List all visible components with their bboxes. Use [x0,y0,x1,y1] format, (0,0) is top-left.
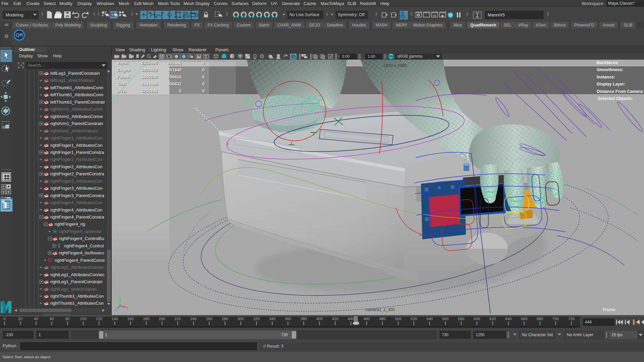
svg-text:3256191: 3256191 [141,89,158,94]
svg-text:rightArm1_AttributesConne: rightArm1_AttributesConne [50,114,103,119]
svg-text:200: 200 [159,317,165,321]
svg-text:rightFinger4_ControlBu: rightFinger4_ControlBu [59,236,104,241]
svg-text:0: 0 [202,89,205,94]
svg-text:2330490: 2330490 [141,61,158,65]
svg-text:3929152: 3929152 [141,68,158,72]
svg-text:180: 180 [143,317,149,321]
svg-text:0: 0 [202,75,205,79]
svg-text:Instance:: Instance: [597,75,615,79]
svg-text:rightFinger4_locRevers: rightFinger4_locRevers [59,250,104,255]
svg-text:rightLeg1_AttributesConnec: rightLeg1_AttributesConnec [50,265,105,270]
svg-text:c: c [227,141,229,146]
svg-text:600: 600 [474,317,480,321]
svg-text:rightFinger4_AttributesCon: rightFinger4_AttributesCon [50,207,102,213]
svg-text:400: 400 [316,317,323,321]
svg-text:leftLeg1_stretchValues: leftLeg1_stretchValues [50,78,95,83]
svg-text:rightLeg1_AttributesConnec: rightLeg1_AttributesConnec [50,272,105,277]
svg-text:360: 360 [285,317,291,321]
svg-text:rightFinger1_AttributesCon: rightFinger1_AttributesCon [50,143,102,148]
svg-text:rightFinger4_rig: rightFinger4_rig [55,222,85,227]
svg-text:rightThumb1_AttributesCon: rightThumb1_AttributesCon [50,301,104,306]
svg-text:y: y [118,294,120,298]
svg-text:80: 80 [65,317,70,321]
svg-text:120: 120 [96,317,102,321]
svg-text:540: 540 [426,317,433,321]
svg-text:x: x [127,306,128,310]
svg-text:Frame:: Frame: [603,307,616,312]
svg-text:rightFinger2_ParentConstra: rightFinger2_ParentConstra [50,171,104,176]
svg-text:Smoothness:: Smoothness: [597,67,623,72]
svg-text:leftThumb1_ParentConstrair: leftThumb1_ParentConstrair [50,100,105,105]
svg-text:camera1_1_300: camera1_1_300 [366,307,395,312]
svg-text:260: 260 [206,317,212,321]
svg-text:200416: 200416 [167,75,181,79]
svg-text:340: 340 [269,317,275,321]
svg-text:60: 60 [50,317,54,321]
svg-text:rightArm1_AttributesConne: rightArm1_AttributesConne [50,107,103,112]
svg-text:0: 0 [202,61,205,65]
svg-text:Selected Objects:: Selected Objects: [598,96,633,101]
svg-text:160: 160 [127,317,133,321]
svg-text:UVs:: UVs: [117,89,126,94]
svg-text:rightFinger4_AttributesCon: rightFinger4_AttributesCon [50,200,102,205]
svg-text:rightFinger1_AttributesCon: rightFinger1_AttributesCon [50,135,102,140]
svg-text:500: 500 [395,317,401,321]
svg-text:Backfaces:: Backfaces: [597,60,619,65]
svg-text:380: 380 [301,317,307,321]
svg-text:460: 460 [364,317,370,321]
svg-text:0: 0 [3,317,5,321]
svg-text:rightLeg1_stretchValues: rightLeg1_stretchValues [50,287,97,292]
svg-text:444: 444 [353,321,359,325]
svg-text:420: 420 [332,317,338,321]
svg-text:rightFinger3_ParentConstra: rightFinger3_ParentConstra [50,193,104,198]
svg-text:rightThumb1_AttributesCon: rightThumb1_AttributesCon [50,294,104,299]
svg-text:400832: 400832 [167,82,181,86]
svg-text:300: 300 [237,317,244,321]
svg-text:rightArm1_stretchValues: rightArm1_stretchValues [50,128,98,133]
svg-text:440: 440 [348,317,354,321]
svg-text:401840: 401840 [167,68,181,72]
svg-text:rightFinger4_upVector: rightFinger4_upVector [59,229,102,234]
svg-text:4144986: 4144986 [141,82,158,86]
svg-text:rightFinger2_AttributesCon: rightFinger2_AttributesCon [50,157,102,162]
svg-text:660: 660 [521,317,527,321]
svg-text:rightArm1_ParentConstrain: rightArm1_ParentConstrain [50,121,103,126]
svg-text:leftThumb1_AttributesConn: leftThumb1_AttributesConn [50,92,103,97]
svg-text:IPR: IPR [433,15,436,17]
svg-text:rightFinger2_AttributesCon: rightFinger2_AttributesCon [50,164,102,169]
svg-text:680: 680 [537,317,543,321]
svg-text:40: 40 [34,317,38,321]
svg-text:rightLeg1_ParentConstrain: rightLeg1_ParentConstrain [50,279,102,284]
svg-text:rightFinger4_ParentConstra: rightFinger4_ParentConstra [50,215,104,220]
svg-text:0: 0 [179,89,181,94]
svg-text:220: 220 [174,317,181,321]
svg-text:280: 280 [222,317,228,321]
svg-text:100: 100 [80,317,87,321]
svg-text:644 x 362: 644 x 362 [383,63,407,68]
svg-text:rightFinger3_AttributesCon: rightFinger3_AttributesCon [50,179,102,184]
svg-text:leftThumb1_AttributesConn: leftThumb1_AttributesConn [50,85,103,90]
svg-text:rightFinger1_ParentConstra: rightFinger1_ParentConstra [50,150,104,155]
svg-text:rightFinger3_AttributesCon: rightFinger3_AttributesCon [50,186,102,191]
svg-text:rightFinger4_ParentConst: rightFinger4_ParentConst [55,258,105,263]
svg-text:20: 20 [18,317,22,321]
svg-text:Distance From Camera:: Distance From Camera: [597,89,644,94]
svg-text:560: 560 [442,317,448,321]
svg-text:Display Layer:: Display Layer: [597,82,625,86]
svg-text:leftLeg1_ParentConstrain: leftLeg1_ParentConstrain [50,71,100,76]
svg-text:700: 700 [552,317,559,321]
svg-text:Tris:: Tris: [117,82,126,86]
svg-text:640: 640 [505,317,512,321]
svg-text:480: 480 [379,317,386,321]
svg-text:Edges:: Edges: [117,68,131,72]
svg-text:140: 140 [112,317,118,321]
svg-text:0: 0 [202,82,205,86]
svg-text:240: 240 [190,317,197,321]
svg-text:Faces:: Faces: [117,75,130,79]
svg-text:1600240: 1600240 [141,75,158,79]
svg-text:320: 320 [253,317,260,321]
svg-text:T: T [205,55,207,58]
svg-text:201486: 201486 [167,61,181,65]
svg-text:720: 720 [568,317,575,321]
svg-text:Verts:: Verts: [117,61,129,65]
